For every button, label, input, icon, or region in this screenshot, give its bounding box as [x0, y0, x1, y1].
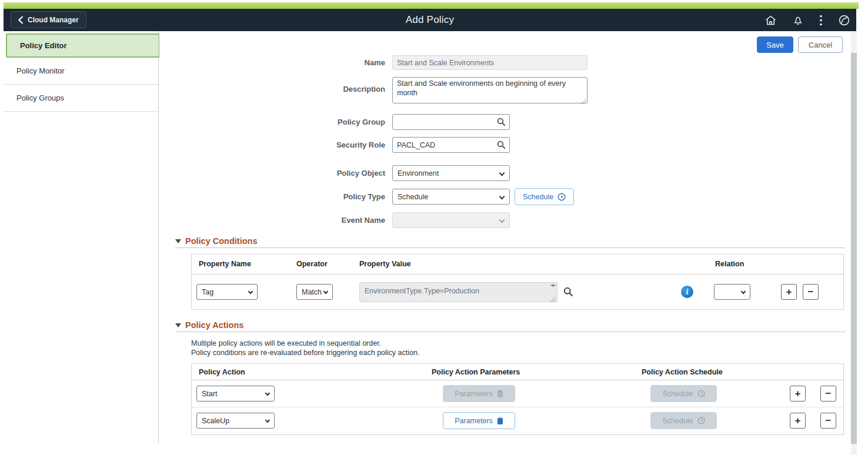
chevron-down-icon	[265, 418, 270, 423]
relation-select[interactable]	[714, 284, 750, 300]
col-relation: Relation	[715, 260, 744, 268]
sidebar-item-policy-groups[interactable]: Policy Groups	[4, 85, 158, 112]
name-label: Name	[159, 58, 392, 67]
notifications-bell-icon[interactable]	[792, 14, 804, 26]
policy-object-label: Policy Object	[159, 169, 392, 178]
security-role-label: Security Role	[159, 140, 392, 149]
col-operator: Operator	[296, 260, 328, 268]
policy-type-label: Policy Type	[159, 192, 392, 201]
property-value-field: EnvironmentType.Type=Production	[359, 282, 557, 302]
schedule-button-disabled: Schedule	[650, 385, 717, 402]
collapse-triangle-icon	[175, 239, 181, 243]
policy-actions-header[interactable]: Policy Actions	[175, 320, 243, 330]
actions-menu-icon[interactable]	[819, 14, 823, 26]
chevron-down-icon	[741, 289, 746, 294]
add-action-button[interactable]: +	[790, 413, 806, 429]
parameters-button-disabled: Parameters	[443, 385, 515, 402]
clock-icon	[697, 390, 705, 397]
clipboard-icon	[497, 417, 503, 425]
policy-group-field[interactable]	[392, 114, 510, 130]
remove-action-button[interactable]: −	[820, 413, 836, 429]
sidebar-item-policy-monitor[interactable]: Policy Monitor	[4, 58, 158, 85]
col-property-name: Property Name	[199, 260, 251, 268]
chevron-down-icon	[499, 218, 505, 223]
actions-note-line1: Multiple policy actions will be executed…	[191, 339, 381, 348]
policy-actions-title: Policy Actions	[185, 320, 243, 330]
section-divider	[175, 247, 845, 248]
schedule-button[interactable]: Schedule	[515, 188, 574, 205]
col-property-value: Property Value	[359, 260, 411, 268]
clock-icon	[697, 417, 705, 424]
chevron-down-icon	[265, 391, 270, 396]
info-icon[interactable]: i	[681, 286, 693, 298]
event-name-select	[392, 212, 510, 228]
chevron-down-icon	[499, 194, 505, 200]
scrollbar-thumb[interactable]	[851, 53, 857, 444]
sidebar-item-label: Policy Editor	[20, 41, 66, 50]
remove-action-button[interactable]: −	[820, 386, 836, 402]
policy-type-select[interactable]: Schedule	[392, 189, 510, 205]
sidebar-item-policy-editor[interactable]: Policy Editor	[6, 34, 160, 58]
chevron-down-icon	[323, 289, 328, 294]
clock-icon	[557, 193, 566, 201]
name-field[interactable]	[392, 55, 587, 70]
action-row: ScaleUp Parameters Schedule + −	[192, 407, 843, 434]
collapse-triangle-icon	[175, 323, 181, 327]
page: Cloud Manager Add Policy Policy Editor P…	[0, 0, 868, 455]
security-role-lookup-icon[interactable]	[497, 140, 506, 149]
chevron-down-icon	[248, 289, 253, 294]
sidebar: Policy Editor Policy Monitor Policy Grou…	[4, 31, 159, 444]
actions-table-header: Policy Action Policy Action Parameters P…	[192, 364, 843, 380]
policy-action-select[interactable]: Start	[196, 386, 275, 402]
sidebar-item-label: Policy Monitor	[16, 66, 65, 75]
policy-conditions-header[interactable]: Policy Conditions	[175, 236, 257, 246]
save-button[interactable]: Save	[757, 36, 793, 53]
policy-object-value: Environment	[398, 169, 439, 178]
col-policy-action-parameters: Policy Action Parameters	[432, 368, 520, 376]
conditions-table-header: Property Name Operator Property Value Re…	[192, 255, 843, 275]
policy-type-value: Schedule	[398, 193, 428, 201]
remove-condition-button[interactable]: −	[803, 284, 819, 300]
security-role-field[interactable]	[392, 137, 510, 153]
toolbar: Save Cancel	[757, 36, 843, 53]
add-condition-button[interactable]: +	[781, 284, 797, 300]
policy-form: Name Description Start and Scale environ…	[159, 55, 851, 235]
chevron-down-icon	[499, 170, 505, 176]
main-content: Save Cancel Name Description Start and S…	[159, 31, 851, 455]
condition-row: Tag Match EnvironmentType.Type=Productio…	[192, 275, 843, 310]
event-name-label: Event Name	[159, 216, 392, 225]
section-divider	[175, 332, 845, 332]
policy-conditions-title: Policy Conditions	[185, 236, 257, 246]
actions-table: Policy Action Policy Action Parameters P…	[191, 363, 844, 435]
conditions-table: Property Name Operator Property Value Re…	[191, 254, 844, 310]
policy-group-label: Policy Group	[159, 118, 392, 126]
operator-select[interactable]: Match	[296, 284, 333, 300]
cancel-button[interactable]: Cancel	[798, 36, 843, 53]
form-row-description: Description Start and Scale environments…	[159, 77, 851, 106]
form-row-policy-object: Policy Object Environment	[159, 165, 851, 181]
actions-note-line2: Policy conditions are re-evaluated befor…	[191, 348, 419, 357]
sidebar-item-label: Policy Groups	[16, 93, 64, 102]
property-name-select[interactable]: Tag	[196, 284, 258, 300]
description-label: Description	[159, 77, 392, 93]
form-row-policy-type: Policy Type Schedule Schedule	[159, 188, 851, 205]
policy-action-select[interactable]: ScaleUp	[196, 413, 275, 429]
policy-group-lookup-icon[interactable]	[497, 118, 506, 126]
description-field[interactable]: Start and Scale environments on beginnin…	[392, 77, 587, 103]
policy-object-select[interactable]: Environment	[392, 165, 510, 181]
navbar-icon[interactable]	[838, 14, 850, 26]
brand-strip	[4, 2, 859, 9]
action-row: Start Parameters Schedule + −	[192, 380, 843, 407]
header-bar: Cloud Manager Add Policy	[4, 9, 856, 31]
add-action-button[interactable]: +	[790, 386, 806, 402]
form-row-event-name: Event Name	[159, 212, 851, 228]
page-title: Add Policy	[4, 14, 856, 26]
property-value-lookup-icon[interactable]	[563, 287, 573, 297]
col-policy-action: Policy Action	[199, 368, 245, 376]
form-row-security-role: Security Role	[159, 137, 851, 153]
clipboard-icon	[497, 390, 503, 398]
form-row-name: Name	[159, 55, 851, 70]
parameters-button[interactable]: Parameters	[443, 412, 515, 429]
home-icon[interactable]	[764, 14, 777, 26]
form-row-policy-group: Policy Group	[159, 114, 851, 130]
